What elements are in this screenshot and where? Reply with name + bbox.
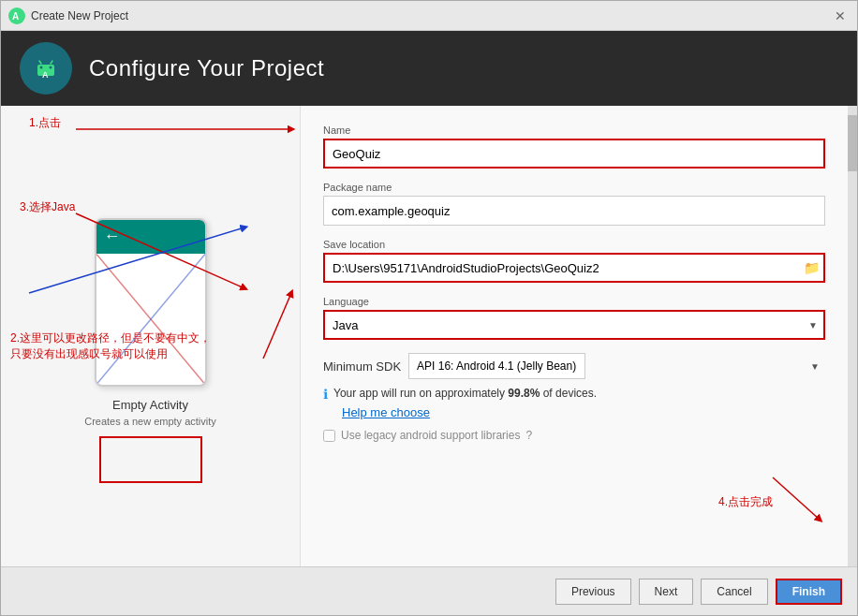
android-logo-icon: A xyxy=(29,51,63,85)
svg-line-10 xyxy=(96,254,205,384)
svg-text:A: A xyxy=(12,11,19,22)
name-input[interactable] xyxy=(323,139,825,169)
annotation-4-arrow xyxy=(745,473,838,529)
dialog-header: A Configure Your Project xyxy=(1,31,857,106)
min-sdk-select-wrapper: API 16: Android 4.1 (Jelly Bean) API 21:… xyxy=(408,353,825,379)
footer: Previous Next Cancel Finish xyxy=(1,566,857,615)
help-question-icon: ? xyxy=(525,429,532,442)
svg-line-15 xyxy=(773,477,820,520)
phone-x-overlay xyxy=(96,254,205,385)
min-sdk-select[interactable]: API 16: Android 4.1 (Jelly Bean) API 21:… xyxy=(408,353,585,379)
svg-line-14 xyxy=(263,293,291,359)
help-me-choose-link[interactable]: Help me choose xyxy=(342,405,430,419)
cancel-button[interactable]: Cancel xyxy=(701,579,767,605)
save-location-input[interactable] xyxy=(323,253,825,283)
svg-line-9 xyxy=(96,254,205,384)
legacy-checkbox-row: Use legacy android support libraries ? xyxy=(323,429,825,442)
dialog-title: Configure Your Project xyxy=(89,55,324,81)
min-sdk-row: Minimum SDK API 16: Android 4.1 (Jelly B… xyxy=(323,353,825,379)
package-input[interactable] xyxy=(323,196,825,226)
help-link-row: Help me choose xyxy=(323,405,825,419)
svg-point-4 xyxy=(40,66,43,69)
content-area: 1.点击 ← Empty Activity Creates a new empt… xyxy=(1,106,857,566)
legacy-checkbox-label: Use legacy android support libraries xyxy=(341,429,520,442)
annotation-4: 4.点击完成 xyxy=(718,494,773,510)
titlebar: A Create New Project ✕ xyxy=(1,1,857,31)
svg-point-5 xyxy=(50,66,52,69)
previous-button[interactable]: Previous xyxy=(555,579,631,605)
language-form-group: Language Java Kotlin ▼ xyxy=(323,296,825,340)
next-button[interactable]: Next xyxy=(639,579,694,605)
right-panel: Name Package name Save location 📁 Langua… xyxy=(301,106,848,566)
legacy-checkbox[interactable] xyxy=(323,430,335,442)
save-location-label: Save location xyxy=(323,239,825,250)
info-row: ℹ Your app will run on approximately 99.… xyxy=(323,387,825,402)
language-select[interactable]: Java Kotlin xyxy=(323,310,825,340)
package-label: Package name xyxy=(323,182,825,193)
close-button[interactable]: ✕ xyxy=(831,7,850,25)
phone-back-icon: ← xyxy=(104,227,121,246)
info-icon: ℹ xyxy=(323,387,328,402)
phone-top-bar: ← xyxy=(96,220,205,254)
info-percentage: 99.8% xyxy=(508,387,540,400)
activity-label: Empty Activity xyxy=(112,398,188,412)
save-location-form-group: Save location 📁 xyxy=(323,239,825,283)
finish-button[interactable]: Finish xyxy=(776,579,842,605)
window-title: Create New Project xyxy=(31,9,831,22)
sdk-dropdown-arrow: ▼ xyxy=(810,361,820,372)
folder-icon: 📁 xyxy=(804,260,820,275)
activity-desc: Creates a new empty activity xyxy=(84,416,216,427)
svg-text:A: A xyxy=(42,70,49,80)
android-studio-icon: A xyxy=(8,7,25,24)
language-select-wrapper: Java Kotlin ▼ xyxy=(323,310,825,340)
info-text: Your app will run on approximately 99.8%… xyxy=(333,387,597,400)
name-label: Name xyxy=(323,125,825,136)
package-form-group: Package name xyxy=(323,182,825,226)
scrollbar[interactable] xyxy=(848,106,857,566)
min-sdk-label: Minimum SDK xyxy=(323,359,401,374)
main-window: A Create New Project ✕ A Configure Your … xyxy=(0,0,858,616)
header-logo: A xyxy=(20,42,72,95)
annotation-1: 1.点击 xyxy=(29,115,61,131)
annotation-box xyxy=(99,436,202,483)
left-panel: 1.点击 ← Empty Activity Creates a new empt… xyxy=(1,106,301,566)
annotation-3: 3.选择Java xyxy=(20,199,75,215)
language-label: Language xyxy=(323,296,825,307)
phone-mockup: ← xyxy=(95,218,207,387)
save-location-wrapper: 📁 xyxy=(323,253,825,283)
name-form-group: Name xyxy=(323,125,825,169)
scrollbar-thumb[interactable] xyxy=(848,115,857,171)
